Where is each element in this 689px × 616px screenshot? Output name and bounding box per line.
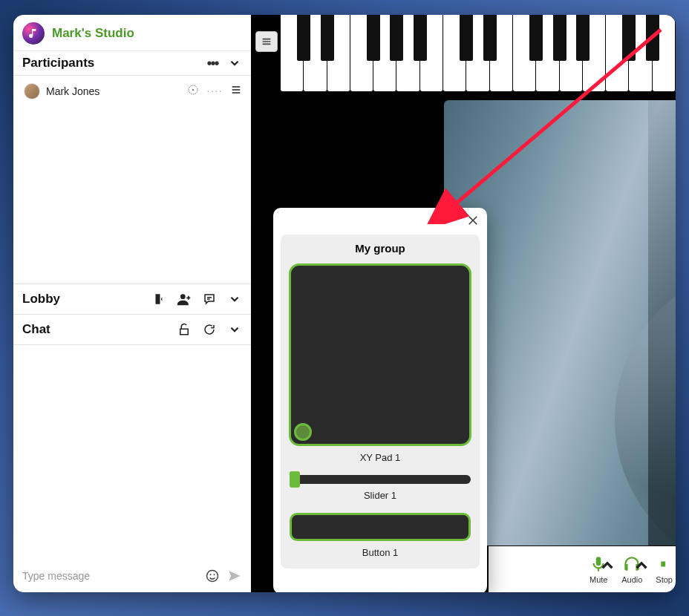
- send-icon[interactable]: [227, 569, 242, 583]
- piano-white-key[interactable]: [560, 15, 583, 91]
- audio-options-icon[interactable]: [632, 556, 651, 577]
- svg-point-1: [192, 89, 194, 91]
- music-note-icon: [27, 27, 39, 39]
- chat-input[interactable]: [22, 570, 197, 582]
- bottom-controls: Mute Audio Stop: [489, 546, 676, 592]
- participant-name: Mark Jones: [46, 85, 99, 97]
- piano-bar: [251, 15, 676, 93]
- piano-white-key[interactable]: [373, 15, 396, 91]
- participants-header: Participants •••: [13, 50, 251, 76]
- piano-white-key[interactable]: [350, 15, 373, 91]
- button-label: Button 1: [288, 547, 472, 558]
- door-icon[interactable]: [151, 292, 166, 307]
- slider-label: Slider 1: [288, 490, 472, 501]
- studio-avatar: [22, 22, 45, 45]
- piano-white-key[interactable]: [536, 15, 559, 91]
- svg-point-3: [207, 571, 218, 582]
- piano-white-key[interactable]: [466, 15, 489, 91]
- xy-pad-handle[interactable]: [294, 423, 312, 441]
- custom-button[interactable]: [290, 513, 471, 541]
- add-user-icon[interactable]: [177, 292, 192, 307]
- participants-menu-icon[interactable]: •••: [205, 56, 220, 71]
- piano-menu-button[interactable]: [255, 31, 278, 52]
- lobby-title: Lobby: [22, 292, 60, 307]
- stop-label: Stop: [656, 575, 673, 584]
- chat-body: [13, 345, 251, 563]
- close-icon: [466, 214, 480, 227]
- piano-white-key[interactable]: [281, 15, 304, 91]
- chat-title: Chat: [22, 322, 50, 337]
- lobby-header: Lobby: [13, 284, 251, 314]
- refresh-icon[interactable]: [202, 322, 217, 337]
- chat-header: Chat: [13, 314, 251, 345]
- piano-white-key[interactable]: [583, 15, 606, 91]
- video-icon: [659, 554, 670, 574]
- piano-white-key[interactable]: [396, 15, 419, 91]
- piano-white-key[interactable]: [513, 15, 536, 91]
- studio-title[interactable]: Mark's Studio: [52, 26, 134, 41]
- mute-options-icon[interactable]: [598, 556, 617, 577]
- piano-white-key[interactable]: [490, 15, 513, 91]
- svg-point-4: [210, 574, 212, 575]
- signal-icon: ····: [206, 85, 223, 98]
- controls-popup: My group XY Pad 1 Slider 1 Button 1: [273, 208, 487, 592]
- chat-input-row: [13, 563, 251, 592]
- app-window: Mark's Studio Participants ••• Mark Jone…: [13, 15, 676, 592]
- xy-pad-label: XY Pad 1: [288, 452, 472, 463]
- piano-white-key[interactable]: [653, 15, 676, 91]
- piano-keyboard[interactable]: [281, 15, 676, 93]
- sidebar-header: Mark's Studio: [13, 15, 251, 50]
- lobby-collapse-icon[interactable]: [227, 292, 242, 307]
- piano-white-key[interactable]: [443, 15, 466, 91]
- participant-row[interactable]: Mark Jones ····: [19, 80, 246, 102]
- popup-title: My group: [288, 242, 472, 255]
- slider-handle[interactable]: [290, 471, 300, 488]
- participants-collapse-icon[interactable]: [227, 56, 242, 71]
- svg-point-5: [214, 574, 215, 575]
- mute-button[interactable]: Mute: [584, 554, 613, 584]
- stop-button[interactable]: Stop: [651, 554, 673, 584]
- svg-point-2: [180, 294, 186, 299]
- piano-white-key[interactable]: [606, 15, 629, 91]
- audio-button[interactable]: Audio: [617, 554, 647, 584]
- video-person: [615, 263, 676, 545]
- piano-white-key[interactable]: [420, 15, 443, 91]
- participants-title: Participants: [22, 56, 94, 71]
- popup-close-button[interactable]: [466, 214, 480, 230]
- chat-bubble-icon[interactable]: [202, 292, 217, 307]
- latency-icon: [187, 84, 199, 99]
- participant-avatar: [24, 83, 40, 99]
- participant-menu-icon[interactable]: [230, 84, 242, 99]
- sidebar: Mark's Studio Participants ••• Mark Jone…: [13, 15, 251, 592]
- slider[interactable]: [290, 475, 471, 484]
- xy-pad[interactable]: [289, 263, 471, 446]
- lock-open-icon[interactable]: [177, 322, 192, 337]
- piano-white-key[interactable]: [304, 15, 327, 91]
- piano-white-key[interactable]: [629, 15, 652, 91]
- emoji-icon[interactable]: [205, 569, 220, 583]
- piano-white-key[interactable]: [327, 15, 350, 91]
- chat-collapse-icon[interactable]: [227, 322, 242, 337]
- participants-list: Mark Jones ····: [13, 76, 251, 284]
